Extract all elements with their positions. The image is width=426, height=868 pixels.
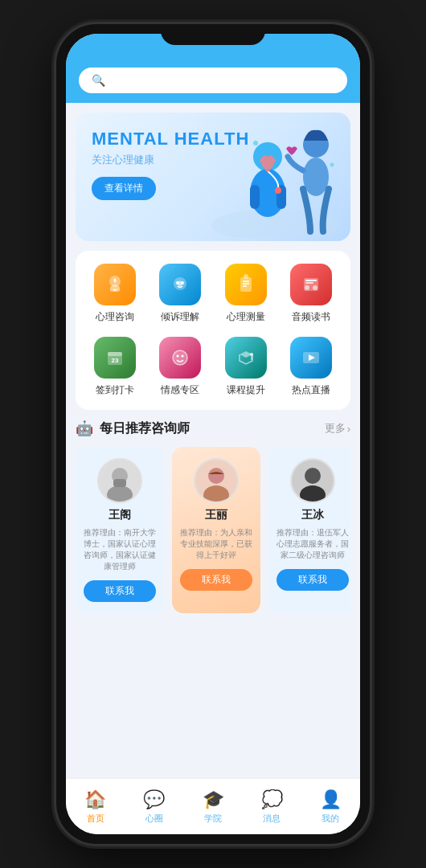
nav-label-home: 首页 (87, 813, 104, 825)
avatar-1 (97, 458, 142, 503)
svg-point-39 (208, 468, 224, 484)
icon-item-audio[interactable]: 音频读书 (279, 264, 345, 324)
icon-label-checkin: 签到打卡 (96, 383, 134, 397)
checkin-icon: 23 (94, 337, 136, 379)
svg-point-7 (303, 158, 329, 196)
live-icon (290, 337, 332, 379)
contact-btn-1[interactable]: 联系我 (84, 580, 156, 602)
svg-point-8 (253, 141, 258, 145)
nav-label-message: 消息 (263, 813, 281, 825)
icon-label-measurement: 心理测量 (227, 310, 265, 324)
svg-point-21 (313, 285, 317, 290)
measurement-icon (225, 264, 267, 305)
icon-grid: 心理咨询 倾诉理解 心理测量 (76, 251, 350, 410)
contact-btn-2[interactable]: 联系我 (180, 569, 252, 591)
notch (161, 24, 265, 45)
search-icon: 🔍 (92, 74, 105, 87)
svg-point-5 (275, 187, 281, 194)
avatar-3 (290, 458, 335, 503)
consultant-desc-1: 推荐理由：南开大学博士，国家认证心理咨询师，国家认证健康管理师 (84, 527, 156, 572)
contact-btn-3[interactable]: 联系我 (276, 569, 349, 591)
svg-point-13 (181, 281, 184, 285)
svg-point-18 (244, 274, 248, 279)
search-bar-container: 🔍 (66, 63, 360, 103)
svg-point-9 (330, 163, 334, 167)
banner: MENTAL HEALTH 关注心理健康 查看详情 (76, 113, 350, 241)
svg-point-42 (305, 468, 321, 484)
consultant-name-1: 王阁 (109, 508, 131, 522)
icon-item-measurement[interactable]: 心理测量 (213, 264, 279, 324)
svg-rect-37 (113, 479, 126, 487)
nav-item-profile[interactable]: 👤 我的 (301, 789, 360, 825)
search-bar[interactable]: 🔍 (79, 68, 347, 93)
icon-item-live[interactable]: 热点直播 (279, 337, 345, 397)
icon-item-listen[interactable]: 倾诉理解 (148, 264, 214, 324)
icon-label-listen: 倾诉理解 (161, 310, 199, 324)
robot-icon: 🤖 (76, 420, 93, 437)
icon-item-psychological-consultation[interactable]: 心理咨询 (82, 264, 148, 324)
listen-icon (159, 264, 201, 305)
icon-label-audio: 音频读书 (292, 310, 330, 324)
consultants-row: 王阁 推荐理由：南开大学博士，国家认证心理咨询师，国家认证健康管理师 联系我 王… (76, 447, 350, 616)
academy-icon: 🎓 (203, 789, 224, 810)
svg-rect-22 (305, 280, 317, 281)
icon-item-checkin[interactable]: 23 签到打卡 (82, 337, 148, 397)
home-icon: 🏠 (84, 789, 106, 810)
icon-item-course[interactable]: 课程提升 (213, 337, 279, 397)
svg-text:23: 23 (111, 357, 118, 364)
svg-rect-14 (240, 277, 252, 292)
consultant-card-2[interactable]: 王丽 推荐理由：为人亲和专业技能深厚，已获得上千好评 联系我 (172, 447, 260, 613)
icon-label-psychological-consultation: 心理咨询 (96, 310, 134, 324)
more-label: 更多 (325, 421, 346, 436)
svg-point-31 (250, 353, 253, 356)
audio-icon (290, 264, 332, 305)
avatar-2 (194, 458, 239, 503)
consultant-desc-2: 推荐理由：为人亲和专业技能深厚，已获得上千好评 (180, 527, 252, 561)
message-icon: 💭 (261, 789, 283, 810)
section-title-text: 每日推荐咨询师 (100, 420, 190, 437)
svg-rect-23 (305, 282, 313, 284)
phone-frame: 🔍 MENTAL HEALTH 关注心理健康 查看详情 (56, 24, 370, 844)
circle-icon: 💬 (143, 789, 165, 810)
banner-button[interactable]: 查看详情 (92, 177, 156, 200)
icon-label-live: 热点直播 (292, 383, 330, 397)
nav-item-home[interactable]: 🏠 首页 (66, 789, 125, 825)
svg-rect-25 (108, 352, 122, 356)
course-icon (225, 337, 267, 379)
icon-label-course: 课程提升 (227, 383, 265, 397)
emotion-icon (159, 337, 201, 379)
bottom-nav: 🏠 首页 💬 心圈 🎓 学院 💭 消息 👤 我的 (66, 778, 360, 834)
main-content: MENTAL HEALTH 关注心理健康 查看详情 (66, 103, 360, 778)
consultant-card-1[interactable]: 王阁 推荐理由：南开大学博士，国家认证心理咨询师，国家认证健康管理师 联系我 (76, 447, 164, 613)
consultant-name-2: 王丽 (205, 508, 227, 522)
banner-illustration (207, 113, 344, 237)
icon-label-emotion: 情感专区 (161, 383, 199, 397)
icon-item-emotion[interactable]: 情感专区 (148, 337, 214, 397)
consultant-card-3[interactable]: 王冰 推荐理由：退伍军人心理志愿服务者，国家二级心理咨询师 联系我 (268, 447, 350, 613)
nav-label-circle: 心圈 (145, 813, 163, 825)
svg-point-20 (305, 285, 309, 290)
more-button[interactable]: 更多 › (325, 421, 350, 436)
consultant-name-3: 王冰 (301, 508, 324, 522)
nav-item-circle[interactable]: 💬 心圈 (125, 789, 183, 825)
consultant-desc-3: 推荐理由：退伍军人心理志愿服务者，国家二级心理咨询师 (276, 527, 349, 561)
psychological-consultation-icon (94, 264, 136, 305)
svg-point-29 (177, 355, 179, 358)
section-title: 🤖 每日推荐咨询师 (76, 420, 190, 437)
svg-point-12 (176, 281, 179, 285)
recommended-section: 🤖 每日推荐咨询师 更多 › 王阁 推荐理由：南 (76, 420, 350, 616)
nav-label-profile: 我的 (322, 813, 339, 825)
profile-icon: 👤 (320, 789, 342, 810)
phone-screen: 🔍 MENTAL HEALTH 关注心理健康 查看详情 (66, 34, 360, 834)
svg-point-30 (182, 355, 184, 358)
nav-item-academy[interactable]: 🎓 学院 (183, 789, 242, 825)
chevron-right-icon: › (347, 423, 350, 435)
nav-item-message[interactable]: 💭 消息 (243, 789, 301, 825)
nav-label-academy: 学院 (204, 813, 222, 825)
svg-rect-3 (250, 185, 260, 209)
section-header: 🤖 每日推荐咨询师 更多 › (76, 420, 350, 437)
